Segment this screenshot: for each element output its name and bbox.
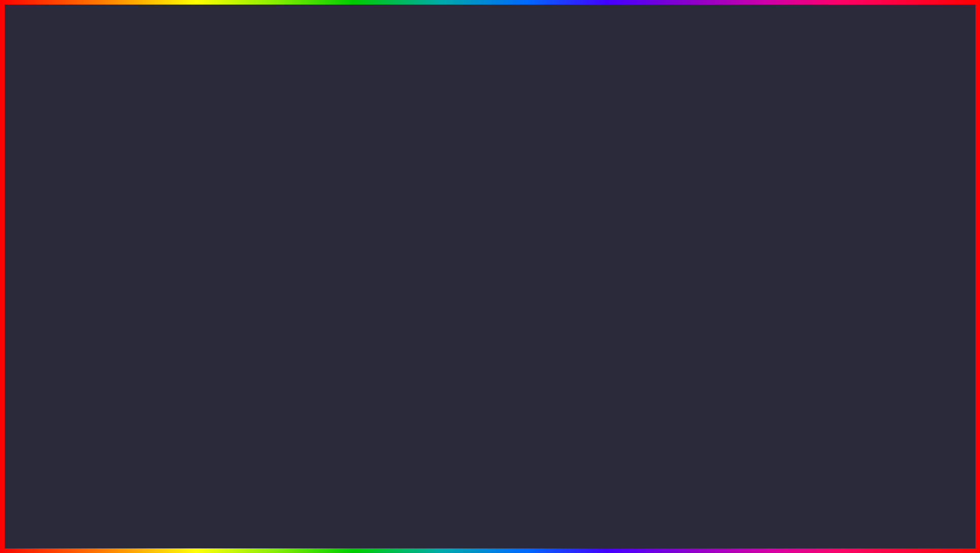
- title-letter-i: I: [636, 5, 661, 90]
- title-letter-b: B: [216, 5, 274, 90]
- toggle-switch-teleport-mirage[interactable]: [416, 247, 434, 255]
- bottom-20: 20: [200, 494, 246, 542]
- btn-farm-chest-mirage[interactable]: Farm Chest Mirage Island: [253, 291, 436, 305]
- toggle-auto-summon: 〰 | Auto Summon Mirage Island: [253, 216, 436, 230]
- score-display: nds: 0 /12345: [10, 467, 58, 497]
- bottom-pastebin: PASTEBIN: [385, 500, 557, 540]
- back-panel-header: MTriet Hub | Blox Fruits |[discord.gg/mF…: [103, 129, 349, 142]
- svg-rect-8: [716, 292, 735, 348]
- back-panel-title: MTriet Hub | Blox Fruits |[discord.gg/mF…: [108, 131, 280, 139]
- step-runscript: RUN SCRIPT: [36, 282, 222, 319]
- svg-rect-13: [760, 254, 768, 258]
- toggle-switch-auto-summon[interactable]: [416, 218, 434, 227]
- title-letter-t: T: [661, 5, 710, 90]
- toggle-label-teleport-mirage: | Teleport To Mirage Island: [265, 248, 413, 255]
- nav-item-information[interactable]: 👤 | Information: [103, 144, 166, 155]
- btn-teleport-advanced-fruit[interactable]: Teleport Advanced Fruit Dealer: [253, 275, 436, 290]
- wave-icon-4: 〰: [255, 262, 262, 268]
- score-line1: nds: 0: [10, 467, 58, 482]
- toggle-label-teleport-gear: | Teleport To Gear: [265, 262, 413, 269]
- title-letter-u: U: [578, 5, 636, 90]
- svg-rect-9: [783, 292, 802, 348]
- bottom-update: UPDATE: [25, 494, 193, 542]
- main-title: BLOX FRUITS: [0, 9, 980, 85]
- bottom-text-bar: UPDATE 20 SCRIPT PASTEBIN: [25, 494, 557, 542]
- wave-icon-spawn: 〰: [172, 165, 177, 170]
- toggle-teleport-mirage: 〰 | Teleport To Mirage Island: [253, 244, 436, 258]
- logo-text: BLOX FRUITS: [874, 481, 955, 530]
- svg-point-14: [868, 274, 914, 330]
- svg-rect-11: [761, 378, 780, 454]
- toggle-teleport-gear: 〰 | Teleport To Gear: [253, 258, 436, 272]
- person-icon: 👤: [107, 146, 114, 153]
- svg-point-0: [731, 226, 787, 292]
- logo-icon-circle: ☠: [887, 422, 942, 478]
- svg-rect-7: [734, 289, 785, 381]
- toggle-auto-lock-moon: 〰 | Auto Lock Moon & Race V3: [253, 230, 436, 244]
- front-panel-tab-label: [ Misc Pull Lever | Race V4 ]: [253, 199, 436, 213]
- svg-point-22: [844, 334, 857, 346]
- title-letter-o: O: [324, 5, 386, 90]
- title-letter-f: F: [471, 5, 520, 90]
- front-panel-content: [ Misc Pull Lever | Race V4 ] 〰 | Auto S…: [249, 195, 440, 353]
- logo-ox: OX: [913, 480, 945, 505]
- toggle-switch-auto-lock[interactable]: [416, 232, 434, 241]
- bottom-script: SCRIPT: [252, 500, 378, 540]
- skull-icon: ☠: [902, 434, 927, 466]
- download-steps: DOWNLOAD INSTALL GET KEY RUN SCRIPT: [36, 172, 222, 319]
- step-install: INSTALL: [36, 209, 222, 246]
- logo-fruits-text: FRUITS: [874, 506, 955, 530]
- svg-rect-18: [873, 330, 909, 345]
- gui-panel-front: MTriet Hub | Blox Fruits |[discord.gg/mF…: [187, 182, 441, 354]
- svg-point-24: [926, 334, 938, 346]
- svg-rect-28: [892, 297, 899, 300]
- step-getkey: GET KEY: [36, 246, 222, 282]
- step-download: DOWNLOAD: [36, 172, 222, 209]
- toggle-label-auto-summon: | Auto Summon Mirage Island: [265, 219, 413, 226]
- home-icon: 🏠: [107, 158, 114, 164]
- title-letter-x: X: [386, 5, 440, 90]
- toggle-label-auto-lock: | Auto Lock Moon & Race V3: [265, 233, 413, 240]
- back-panel-version: [Version: 2.0]: [295, 131, 344, 139]
- toggle-switch-teleport-gear[interactable]: [416, 261, 434, 269]
- title-letter-s: S: [710, 5, 764, 90]
- svg-rect-12: [750, 254, 758, 258]
- blox-fruits-logo: ☠ BLOX FRUITS: [874, 422, 955, 530]
- nav-item-general[interactable]: 🏠 | General: [103, 155, 166, 167]
- svg-rect-10: [738, 378, 757, 454]
- wave-icon-3: 〰: [255, 248, 262, 254]
- svg-rect-27: [884, 297, 891, 300]
- title-letter-l: L: [274, 5, 324, 90]
- character-white: [688, 218, 830, 502]
- logo-bl: BL: [883, 480, 913, 505]
- title-letter-r: R: [520, 5, 578, 90]
- wave-icon-2: 〰: [255, 234, 262, 239]
- wave-icon-1: 〰: [255, 220, 262, 225]
